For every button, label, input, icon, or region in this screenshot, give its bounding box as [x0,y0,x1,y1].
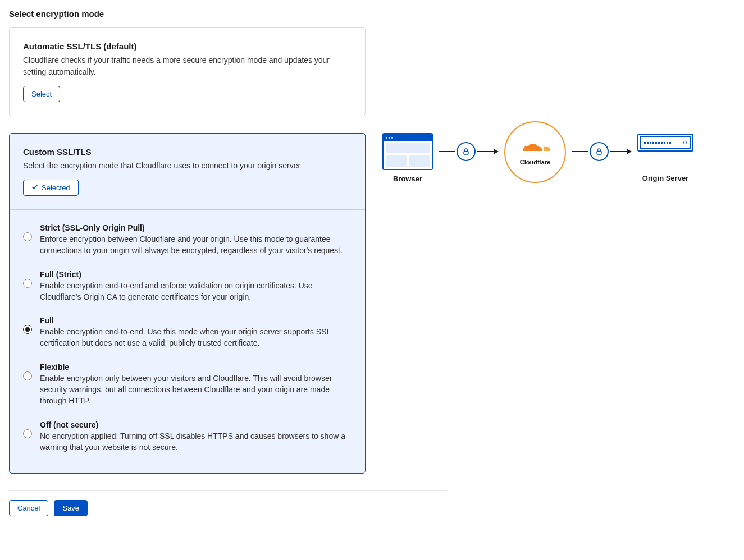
diagram-cloudflare-label: Cloudflare [520,159,550,166]
footer-buttons: Cancel Save [9,500,366,516]
mode-radio-full[interactable] [23,325,32,334]
encryption-diagram: Browser Cloudflare [382,121,693,195]
custom-selected-button[interactable]: Selected [23,180,79,196]
mode-desc: Enforce encryption between Cloudflare an… [40,233,352,256]
mode-title: Off (not secure) [40,420,352,429]
mode-radio-full-strict[interactable] [23,279,32,288]
custom-card-header: Custom SSL/TLS Select the encryption mod… [10,134,365,210]
automatic-desc: Cloudflare checks if your traffic needs … [23,54,352,78]
custom-selected-label: Selected [42,183,70,192]
server-icon [637,134,693,152]
lock-icon [590,142,609,161]
arrow-browser-to-cf [439,142,499,161]
arrow-cf-to-origin [572,142,632,161]
mode-option-strict[interactable]: Strict (SSL-Only Origin Pull)Enforce enc… [23,223,352,256]
mode-title: Full [40,316,352,325]
custom-card: Custom SSL/TLS Select the encryption mod… [9,133,366,474]
diagram-origin-label: Origin Server [642,174,688,182]
mode-option-flexible[interactable]: FlexibleEnable encryption only between y… [23,362,352,407]
save-button[interactable]: Save [54,500,88,516]
cloudflare-logo-icon [517,139,553,155]
mode-radio-off[interactable] [23,429,32,438]
mode-desc: Enable encryption only between your visi… [40,373,352,407]
automatic-card: Automatic SSL/TLS (default) Cloudflare c… [9,27,366,116]
mode-desc: No encryption applied. Turning off SSL d… [40,430,352,453]
svg-rect-1 [597,151,601,154]
mode-radio-flexible[interactable] [23,371,32,380]
mode-title: Full (Strict) [40,270,352,279]
mode-desc: Enable encryption end-to-end and enforce… [40,280,352,303]
custom-desc: Select the encryption mode that Cloudfla… [23,160,352,172]
mode-title: Flexible [40,362,352,371]
diagram-origin-node: Origin Server [637,134,693,182]
svg-rect-0 [464,151,468,154]
mode-desc: Enable encryption end-to-end. Use this m… [40,326,352,349]
diagram-browser-label: Browser [393,175,422,183]
mode-radio-strict[interactable] [23,232,32,241]
lock-icon [457,142,476,161]
encryption-mode-radio-group: Strict (SSL-Only Origin Pull)Enforce enc… [10,210,365,473]
footer-divider [9,490,447,491]
automatic-select-button[interactable]: Select [23,86,60,102]
diagram-browser-node: Browser [382,133,433,183]
automatic-title: Automatic SSL/TLS (default) [23,42,352,51]
cancel-button[interactable]: Cancel [9,500,48,516]
mode-title: Strict (SSL-Only Origin Pull) [40,223,352,232]
mode-option-full[interactable]: FullEnable encryption end-to-end. Use th… [23,316,352,349]
mode-option-off[interactable]: Off (not secure)No encryption applied. T… [23,420,352,453]
browser-icon [382,133,433,170]
diagram-cloudflare-node: Cloudflare [504,121,566,195]
custom-title: Custom SSL/TLS [23,147,352,157]
check-icon [31,183,38,192]
mode-option-full-strict[interactable]: Full (Strict)Enable encryption end-to-en… [23,270,352,303]
section-title: Select encryption mode [9,9,366,19]
